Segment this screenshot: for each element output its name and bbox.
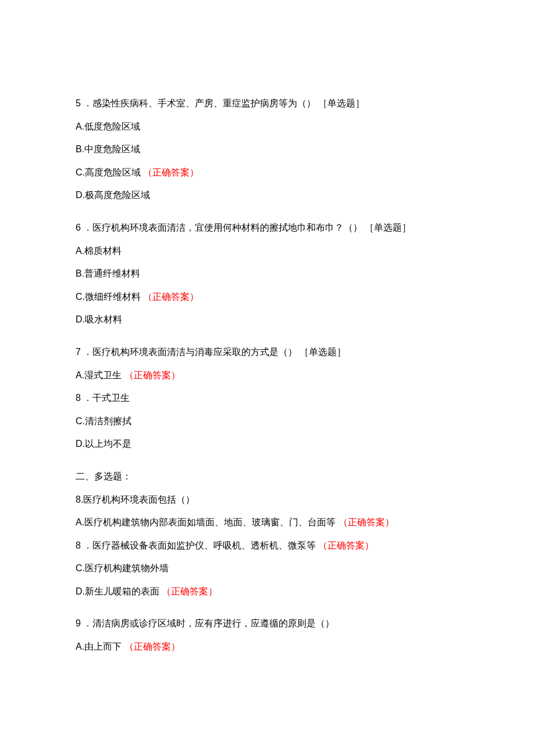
q7-option-c: C.清洁剂擦拭 <box>76 414 459 429</box>
q6-body: ．医疗机构环境表面清洁，宜使用何种材料的擦拭地巾和布巾？（） ［单选题］ <box>83 220 411 235</box>
q8-optb-number: 8 <box>76 538 81 553</box>
question-9-text: 9 ．清洁病房或诊疗区域时，应有序进行，应遵循的原则是（） <box>76 616 459 631</box>
question-8-text: 8.医疗机构环境表面包括（） <box>76 492 459 507</box>
q8-optb-text: ．医疗器械设备表面如监护仪、呼吸机、透析机、微泵等 （正确答案） <box>83 538 374 553</box>
q8-option-a: A.医疗机构建筑物内部表面如墙面、地面、玻璃窗、门、台面等 （正确答案） <box>76 515 459 530</box>
q9-body: ．清洁病房或诊疗区域时，应有序进行，应遵循的原则是（） <box>83 616 334 631</box>
q7-option-a-text: A.湿式卫生 <box>76 370 122 380</box>
q7-option-d: D.以上均不是 <box>76 436 459 452</box>
question-7-text: 7 ．医疗机构环境表面清洁与消毒应采取的方式是（） ［单选题］ <box>76 345 459 360</box>
q6-option-b: B.普通纤维材料 <box>76 266 459 281</box>
question-6-text: 6 ．医疗机构环境表面清洁，宜使用何种材料的擦拭地巾和布巾？（） ［单选题］ <box>76 220 459 235</box>
correct-answer-label: （正确答案） <box>124 642 180 651</box>
q8-optb-body: ．医疗器械设备表面如监护仪、呼吸机、透析机、微泵等 <box>83 540 316 550</box>
q8-option-c: C.医疗机构建筑物外墙 <box>76 561 459 576</box>
q6-option-c: C.微细纤维材料 （正确答案） <box>76 289 459 304</box>
q6-number: 6 <box>76 220 81 235</box>
q5-option-b: B.中度危险区域 <box>76 142 459 157</box>
question-7: 7 ．医疗机构环境表面清洁与消毒应采取的方式是（） ［单选题］ A.湿式卫生 （… <box>76 345 459 452</box>
q8-option-a-text: A.医疗机构建筑物内部表面如墙面、地面、玻璃窗、门、台面等 <box>76 517 336 527</box>
correct-answer-label: （正确答案） <box>338 517 394 527</box>
q5-option-d: D.极高度危险区域 <box>76 188 459 203</box>
page-content: 5 ．感染性疾病科、手术室、产房、重症监护病房等为（） ［单选题］ A.低度危险… <box>0 0 535 756</box>
q7-body: ．医疗机构环境表面清洁与消毒应采取的方式是（） ［单选题］ <box>83 345 346 360</box>
q6-option-a: A.棉质材料 <box>76 243 459 259</box>
question-6: 6 ．医疗机构环境表面清洁，宜使用何种材料的擦拭地巾和布巾？（） ［单选题］ A… <box>76 220 459 327</box>
q5-body: ．感染性疾病科、手术室、产房、重症监护病房等为（） ［单选题］ <box>83 96 365 111</box>
q6-option-d: D.吸水材料 <box>76 312 459 327</box>
q7-optb-number: 8 <box>76 390 81 406</box>
q7-optb-text: ．干式卫生 <box>83 390 130 406</box>
q8-option-d: D.新生儿暖箱的表面 （正确答案） <box>76 584 459 599</box>
q5-option-c-text: C.高度危险区域 <box>76 167 141 177</box>
correct-answer-label: （正确答案） <box>143 292 199 302</box>
question-5: 5 ．感染性疾病科、手术室、产房、重症监护病房等为（） ［单选题］ A.低度危险… <box>76 96 459 203</box>
correct-answer-label: （正确答案） <box>143 167 199 177</box>
q7-option-a: A.湿式卫生 （正确答案） <box>76 368 459 383</box>
question-5-text: 5 ．感染性疾病科、手术室、产房、重症监护病房等为（） ［单选题］ <box>76 96 459 111</box>
correct-answer-label: （正确答案） <box>318 540 374 550</box>
q5-option-a: A.低度危险区域 <box>76 119 459 134</box>
q9-option-a: A.由上而下 （正确答案） <box>76 639 459 654</box>
q6-option-c-text: C.微细纤维材料 <box>76 292 141 302</box>
q7-option-b: 8 ．干式卫生 <box>76 390 459 406</box>
q9-option-a-text: A.由上而下 <box>76 642 122 651</box>
correct-answer-label: （正确答案） <box>124 370 180 380</box>
question-8: 8.医疗机构环境表面包括（） A.医疗机构建筑物内部表面如墙面、地面、玻璃窗、门… <box>76 492 459 599</box>
q9-number: 9 <box>76 616 81 631</box>
q5-option-c: C.高度危险区域 （正确答案） <box>76 165 459 180</box>
correct-answer-label: （正确答案） <box>162 586 217 596</box>
q8-option-d-text: D.新生儿暖箱的表面 <box>76 586 159 596</box>
q5-number: 5 <box>76 96 81 111</box>
section-2-header: 二、多选题： <box>76 469 459 484</box>
q8-option-b: 8 ．医疗器械设备表面如监护仪、呼吸机、透析机、微泵等 （正确答案） <box>76 538 459 553</box>
question-9: 9 ．清洁病房或诊疗区域时，应有序进行，应遵循的原则是（） A.由上而下 （正确… <box>76 616 459 654</box>
q7-number: 7 <box>76 345 81 360</box>
